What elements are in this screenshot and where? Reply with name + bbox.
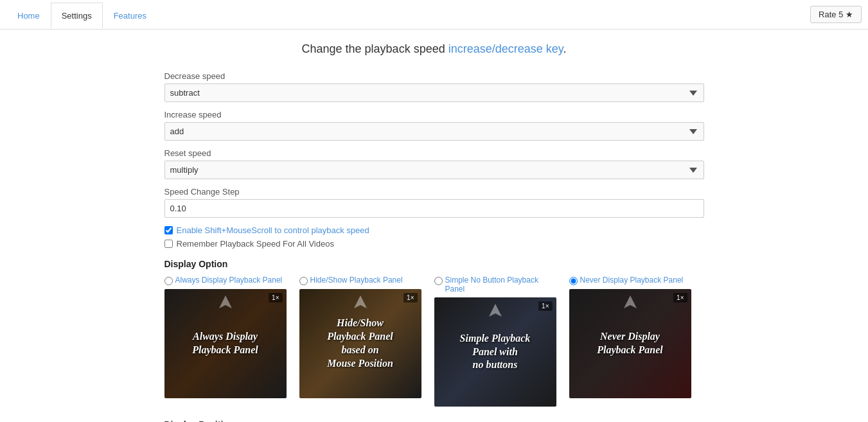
- main-content: Change the playback speed increase/decre…: [145, 30, 723, 422]
- checkbox-remember-label: Remember Playback Speed For All Videos: [177, 239, 334, 249]
- option-simple-text: Simple No Button Playback Panel: [445, 276, 556, 294]
- option-never-text: Never Display Playback Panel: [580, 276, 684, 285]
- option-simple-label[interactable]: Simple No Button Playback Panel: [434, 276, 556, 294]
- option-hideshow-thumb: 1× Hide/ShowPlayback Panelbased onMouse …: [299, 289, 421, 398]
- thumb-text-1: Always DisplayPlayback Panel: [187, 325, 263, 362]
- option-hideshow-text: Hide/Show Playback Panel: [310, 276, 403, 285]
- page-headline: Change the playback speed increase/decre…: [164, 42, 704, 56]
- option-never-radio[interactable]: [569, 277, 578, 285]
- option-hideshow-radio[interactable]: [299, 277, 308, 285]
- checkbox-shift-row: Enable Shift+MouseScroll to control play…: [164, 225, 704, 235]
- option-always-label[interactable]: Always Display Playback Panel: [164, 276, 283, 285]
- display-position-title: Display Position: [164, 419, 704, 422]
- reset-speed-select[interactable]: subtract add multiply divide: [164, 161, 704, 179]
- decrease-speed-select[interactable]: subtract add multiply divide: [164, 84, 704, 102]
- tab-home[interactable]: Home: [6, 3, 51, 28]
- thumb-text-3: Simple PlaybackPanel withno buttons: [455, 327, 536, 377]
- nav-bar: Home Settings Features Rate 5 ★: [0, 0, 868, 30]
- thumb-text-4: Never DisplayPlayback Panel: [592, 325, 668, 362]
- decrease-speed-group: Decrease speed subtract add multiply div…: [164, 71, 704, 102]
- display-option-always: Always Display Playback Panel 1× Always …: [164, 276, 287, 407]
- checkbox-shift-label: Enable Shift+MouseScroll to control play…: [177, 225, 369, 235]
- display-option-title: Display Option: [164, 259, 704, 269]
- headline-highlight: increase/decrease key: [448, 42, 563, 55]
- display-option-simple: Simple No Button Playback Panel 1× Simpl…: [434, 276, 556, 407]
- increase-speed-label: Increase speed: [164, 110, 704, 119]
- speed-step-label: Speed Change Step: [164, 187, 704, 197]
- option-simple-thumb: 1× Simple PlaybackPanel withno buttons: [434, 297, 556, 407]
- headline-plain: Change the playback speed: [302, 42, 448, 55]
- tab-features[interactable]: Features: [103, 3, 157, 28]
- option-always-radio[interactable]: [164, 277, 173, 285]
- display-option-hideshow: Hide/Show Playback Panel 1× Hide/ShowPla…: [299, 276, 421, 407]
- option-never-thumb: 1× Never DisplayPlayback Panel: [569, 289, 691, 398]
- option-always-thumb: 1× Always DisplayPlayback Panel: [164, 289, 287, 398]
- checkbox-remember[interactable]: [164, 240, 173, 248]
- rate-button[interactable]: Rate 5 ★: [810, 6, 862, 23]
- reset-speed-group: Reset speed subtract add multiply divide: [164, 148, 704, 179]
- option-always-text: Always Display Playback Panel: [175, 276, 283, 285]
- reset-speed-label: Reset speed: [164, 148, 704, 158]
- thumb-text-2: Hide/ShowPlayback Panelbased onMouse Pos…: [322, 312, 398, 375]
- decrease-speed-label: Decrease speed: [164, 71, 704, 81]
- display-option-never: Never Display Playback Panel 1× Never Di…: [569, 276, 691, 407]
- option-never-label[interactable]: Never Display Playback Panel: [569, 276, 684, 285]
- option-simple-radio[interactable]: [434, 277, 443, 285]
- checkbox-remember-row: Remember Playback Speed For All Videos: [164, 239, 704, 249]
- increase-speed-select[interactable]: subtract add multiply divide: [164, 122, 704, 141]
- tab-settings[interactable]: Settings: [51, 3, 103, 28]
- increase-speed-group: Increase speed subtract add multiply div…: [164, 110, 704, 141]
- display-options-container: Always Display Playback Panel 1× Always …: [164, 276, 704, 407]
- headline-end: .: [563, 42, 566, 55]
- speed-step-input[interactable]: [164, 199, 704, 218]
- speed-step-group: Speed Change Step: [164, 187, 704, 218]
- checkbox-shift[interactable]: [164, 226, 173, 234]
- option-hideshow-label[interactable]: Hide/Show Playback Panel: [299, 276, 403, 285]
